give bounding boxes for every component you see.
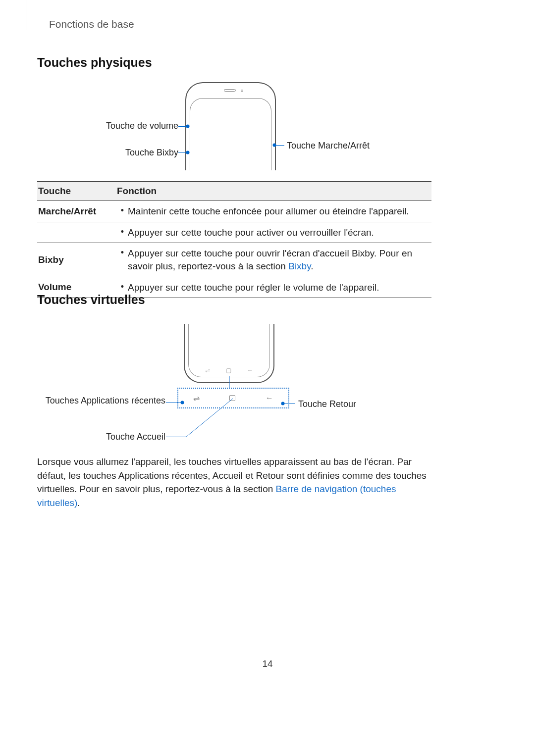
section-title-physical-keys: Touches physiques: [37, 55, 152, 70]
leader-line-vertical: [225, 376, 235, 390]
table-header-row: Touche Fonction: [37, 182, 431, 201]
leader-dot-icon: [186, 151, 190, 154]
label-volume-key: Touche de volume: [106, 121, 178, 131]
label-back-key: Touche Retour: [298, 399, 356, 409]
function-text: Appuyer sur cette touche pour activer ou…: [128, 226, 374, 239]
table-row: •Appuyer sur cette touche pour activer o…: [37, 222, 431, 244]
header-rule: [26, 0, 26, 31]
table-row: Marche/Arrêt •Maintenir cette touche enf…: [37, 201, 431, 222]
key-name-empty: [37, 222, 114, 243]
breadcrumb: Fonctions de base: [49, 18, 134, 30]
section-title-virtual-keys: Touches virtuelles: [37, 293, 145, 307]
function-text: Appuyer sur cette touche pour régler le …: [128, 281, 379, 294]
leader-line: [166, 403, 182, 403]
paragraph-virtual-keys: Lorsque vous allumez l'appareil, les tou…: [37, 455, 436, 509]
label-home-key: Touche Accueil: [106, 432, 165, 442]
bullet-icon: •: [117, 205, 128, 216]
bullet-icon: •: [117, 226, 128, 238]
key-name: Marche/Arrêt: [37, 201, 114, 222]
back-icon: ←: [247, 367, 253, 374]
keys-function-table: Touche Fonction Marche/Arrêt •Maintenir …: [37, 181, 431, 298]
table-header-key: Touche: [37, 182, 114, 201]
diagram-virtual-keys: ⇌ ▢ ← ⇌ ← Touches Applications récentes …: [0, 322, 535, 446]
link-bixby[interactable]: Bixby: [288, 261, 311, 271]
back-icon: ←: [266, 394, 273, 403]
leader-dot-icon: [281, 402, 285, 405]
leader-dot-icon: [186, 125, 190, 128]
function-text: Appuyer sur cette touche pour ouvrir l'é…: [128, 247, 428, 272]
bullet-icon: •: [117, 247, 128, 258]
recent-apps-icon: ⇌: [205, 367, 210, 374]
function-text: Maintenir cette touche enfoncée pour all…: [128, 205, 409, 218]
leader-line: [166, 437, 186, 437]
diagram-physical-keys: Touche de volume Touche Bixby Touche Mar…: [0, 79, 535, 178]
leader-dot-icon: [273, 144, 276, 147]
leader-dot-icon: [181, 401, 184, 404]
svg-line-0: [186, 399, 233, 437]
label-recent-apps: Touches Applications récentes: [46, 395, 165, 406]
bullet-icon: •: [117, 281, 128, 293]
speaker-icon: [224, 89, 236, 92]
key-name: Bixby: [37, 243, 114, 276]
leader-line-diagonal: [186, 394, 245, 451]
leader-line: [283, 403, 295, 404]
table-header-function: Fonction: [114, 182, 431, 201]
home-icon: ▢: [226, 367, 231, 374]
label-power-key: Touche Marche/Arrêt: [287, 141, 370, 151]
nav-icons-small: ⇌ ▢ ←: [197, 367, 261, 374]
phone-bottom-illustration: ⇌ ▢ ←: [184, 324, 274, 383]
page-number: 14: [262, 658, 272, 669]
label-bixby-key: Touche Bixby: [125, 148, 178, 158]
phone-top-illustration: [185, 82, 276, 170]
sensor-icon: [241, 90, 243, 92]
table-row: Bixby •Appuyer sur cette touche pour ouv…: [37, 243, 431, 277]
